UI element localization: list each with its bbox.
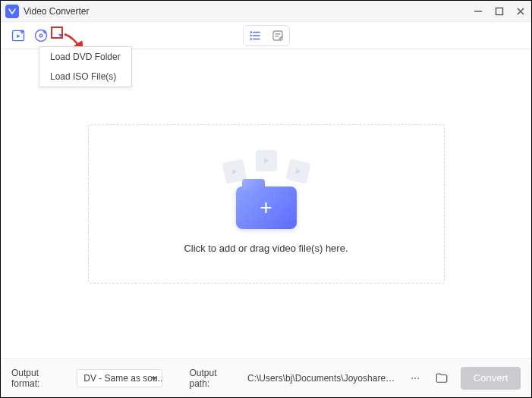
app-logo-icon — [5, 5, 19, 18]
maximize-button[interactable] — [493, 5, 505, 17]
svg-point-9 — [39, 34, 42, 37]
drop-zone[interactable]: + Click to add or drag video file(s) her… — [88, 124, 445, 284]
app-title: Video Converter — [24, 6, 90, 17]
output-path-more-button[interactable]: ⋯ — [408, 373, 423, 384]
folder-plus-icon: + — [236, 186, 297, 229]
open-output-folder-button[interactable] — [435, 371, 449, 385]
toolbar: Load DVD Folder Load ISO File(s) — [1, 22, 531, 49]
close-button[interactable] — [515, 5, 527, 17]
drop-zone-illustration: + — [213, 153, 320, 229]
output-format-value: DV - Same as sou... — [83, 373, 162, 384]
footer: Output format: DV - Same as sou... Outpu… — [1, 358, 531, 397]
titlebar: Video Converter — [1, 1, 531, 22]
output-format-select[interactable]: DV - Same as sou... — [77, 369, 162, 387]
window-controls — [472, 5, 527, 17]
load-disc-button[interactable] — [33, 27, 49, 44]
convert-button[interactable]: Convert — [461, 367, 521, 390]
bg-video-card-icon — [285, 158, 310, 183]
output-format-label: Output format: — [11, 368, 65, 389]
svg-point-12 — [250, 31, 251, 33]
svg-point-14 — [250, 35, 251, 36]
minimize-button[interactable] — [472, 5, 484, 17]
load-disc-dropdown-toggle[interactable] — [55, 30, 66, 41]
bg-video-card-icon — [256, 150, 277, 171]
menu-item-load-iso-files[interactable]: Load ISO File(s) — [39, 67, 131, 86]
output-path-value: C:\Users\bj\Documents\Joyoshare VidiK — [247, 373, 395, 384]
view-mode-tabs — [243, 25, 290, 46]
toolbar-left-group — [10, 27, 66, 44]
add-file-button[interactable] — [10, 27, 27, 44]
output-path-label: Output path: — [190, 368, 235, 389]
list-view-tab[interactable] — [244, 26, 266, 45]
svg-rect-1 — [496, 8, 503, 14]
drop-zone-hint: Click to add or drag video file(s) here. — [184, 243, 348, 254]
svg-marker-5 — [17, 34, 20, 38]
main-area: + Click to add or drag video file(s) her… — [1, 49, 531, 358]
svg-rect-18 — [273, 31, 282, 40]
menu-item-load-dvd-folder[interactable]: Load DVD Folder — [39, 47, 131, 67]
svg-point-16 — [250, 38, 251, 39]
load-disc-dropdown-menu: Load DVD Folder Load ISO File(s) — [39, 46, 132, 87]
edit-view-tab[interactable] — [266, 26, 289, 45]
